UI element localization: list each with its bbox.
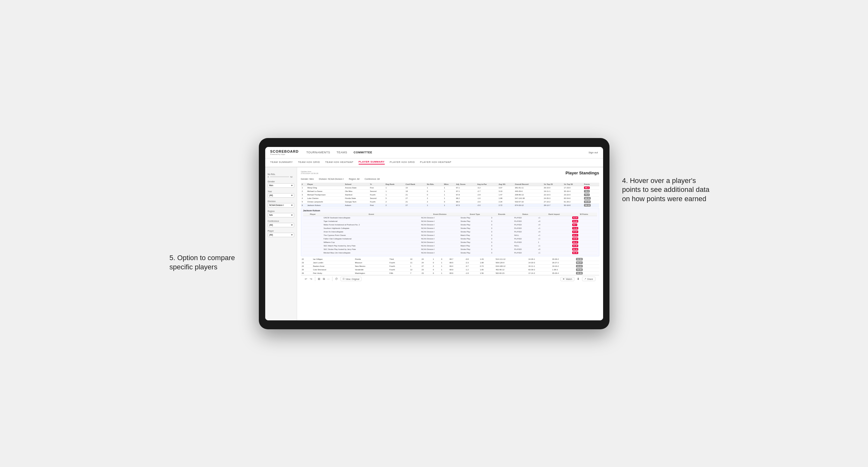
row-points[interactable]: 78.3 [583,189,599,193]
row-points[interactable]: 60.27 [575,261,599,264]
points-badge-gray[interactable]: 68.34 [584,197,591,199]
erow-wpoints: 24.11 [571,234,597,237]
player-table-bottom: 22 Ian Gilligan Florida Third 10 24 1 0 … [301,257,599,275]
year-select[interactable]: (All) ▾ [268,193,294,198]
erow-type: Stroke Play [460,219,490,223]
subnav-player-summary[interactable]: PLAYER SUMMARY [359,160,385,164]
no-rds-range[interactable]: 4 52 [268,176,294,178]
row-adj: 68.9 [448,268,464,271]
row-player: Jack Lundin [312,261,354,264]
undo-icon[interactable]: ↩ [305,277,307,281]
view-icon: ⊡ [343,278,345,280]
subnav-player-h2h-grid[interactable]: PLAYER H2H GRID [390,161,415,164]
subnav-team-h2h-heatmap[interactable]: TEAM H2H HEATMAP [325,161,353,164]
redo-icon[interactable]: ↪ [310,277,312,281]
points-badge-gray[interactable]: 78.3 [584,190,590,192]
row-points[interactable]: 60.09 [583,200,599,204]
table-row: 6 Jackson Kolson Auburn First 2 27 1 1 6… [301,204,599,207]
share-button[interactable]: ↗ Share [582,277,595,281]
row-points[interactable]: 68.34 [583,196,599,200]
clock-icon[interactable]: ⏱ [335,277,338,281]
table-row: 25 Cole Sherwood Vanderbilt Fourth 12 23… [301,268,599,271]
subnav-player-h2h-heatmap[interactable]: PLAYER H2H HEATMAP [420,161,452,164]
erow-wpoints: 37.57 [571,230,597,234]
points-badge-gray[interactable]: 60.09 [584,200,591,203]
row-points[interactable]: 50.58 [575,257,599,261]
nav-tournaments[interactable]: TOURNAMENTS [306,150,330,155]
watch-button[interactable]: 👁 Watch [560,277,575,281]
player-table: # Player School Yr Reg Rank Conf Rank No… [301,183,599,207]
row-school: Auburn [344,204,369,207]
row-reg: 1 [385,186,405,189]
erow-event: The Cypress Point Classic [322,234,420,237]
row-overall: 208-86-13 [514,193,543,196]
table-header-row: Update time: 27/01/2024 16:56:26 Player … [301,170,599,175]
row-vs25: 14-20-3 [528,261,552,264]
copy-icon[interactable]: ⧉ [323,277,325,281]
ecol-division: Event Division [420,213,460,216]
row-yr: Fourth [389,261,409,264]
row-player: Luke Clanton [306,196,344,200]
nav-committee[interactable]: COMMITTEE [353,150,372,155]
download-icon[interactable]: ⬇ [577,277,580,281]
row-wins: 1 [443,204,455,207]
ecol-event: Event [322,213,420,216]
erow-player [303,247,322,251]
row-points[interactable]: 88.2 [583,186,599,189]
filter-icon[interactable]: ⊞ [318,277,320,281]
row-points[interactable]: 58.18 [583,204,599,207]
row-num: 3 [301,193,306,196]
row-vs25: 27-10-2 [543,200,563,204]
event-detail-section: Jackson Kolson Player Event Event Divisi… [301,208,599,256]
row-conf: 21 [404,200,426,204]
row-vs50: 35-16-4 [563,189,583,193]
erow-rank: +1 [537,234,571,237]
region-select[interactable]: N/A ▾ [268,213,294,217]
erow-rank: +1 [537,216,571,219]
erow-division: NCAA Division I [420,234,460,237]
row-par: -2.7 [476,189,498,193]
erow-wpoints: 30.47 [571,240,597,244]
subnav-team-summary[interactable]: TEAM SUMMARY [270,161,293,164]
row-points[interactable]: 38.49 [575,271,599,275]
view-original-button[interactable]: ⊡ View: Original [340,277,362,281]
eye-icon: 👁 [563,278,565,280]
erow-player [303,234,322,237]
nav-teams[interactable]: TEAMS [337,150,347,155]
range-slider[interactable] [270,176,289,177]
row-rds: 0 [426,189,443,193]
points-badge[interactable]: 88.2 [584,186,590,189]
dots-icon[interactable]: ··· [328,277,330,281]
row-points[interactable]: 40.02 [575,264,599,268]
col-vs25: Vs Top 25 [543,183,563,186]
gender-select[interactable]: Men ▾ [268,183,294,188]
sign-out-button[interactable]: Sign out [588,151,598,154]
subnav-team-h2h-grid[interactable]: TEAM H2H GRID [298,161,320,164]
year-label: Year [268,190,294,192]
table-header: # Player School Yr Reg Rank Conf Rank No… [301,183,599,186]
row-conf: 15 [404,186,426,189]
player-select[interactable]: (All) ▾ [268,233,294,237]
conference-select[interactable]: (All) ▾ [268,223,294,227]
row-par: -0.8 [464,257,479,261]
row-par: -1.6 [476,196,498,200]
toolbar-separator-2 [332,277,333,281]
row-wins: 1 [443,193,455,196]
points-badge-gray[interactable]: 70.2 [584,193,590,196]
row-adj: 67.1 [455,189,476,193]
event-row: UNCW Seahawk Intercollegiate NCAA Divisi… [303,216,597,219]
row-par: -3.2 [476,186,498,189]
row-points[interactable]: 70.2 [583,193,599,196]
row-num: 23 [301,261,312,264]
table-row: 24 Bastien Amat New Mexico Fourth 1 27 2… [301,264,599,268]
points-badge-gray[interactable]: 58.18 [584,204,591,207]
top-nav: SCOREBOARD Powered by clippi TOURNAMENTS… [265,147,603,158]
erow-event: Southern Highlands Collegiate [322,226,420,230]
row-yr: Fourth [389,264,409,268]
row-num: 6 [301,204,306,207]
erow-player [303,226,322,230]
table-row: 26 Petr Hruby Washington Fifth 7 23 0 1 … [301,271,599,275]
division-label: Division [268,200,294,203]
row-points[interactable]: 39.95 [575,268,599,271]
division-select[interactable]: NCAA Division I ▾ [268,203,294,208]
